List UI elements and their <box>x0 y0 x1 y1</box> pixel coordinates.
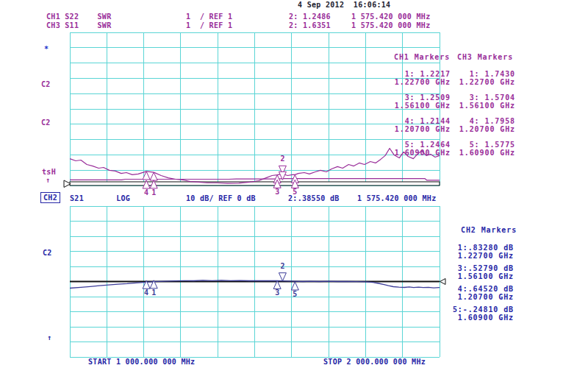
start-frequency-label: START 1 000.000 000 MHz <box>88 358 195 366</box>
ch3-marker-freq: 1 575.420 000 MHz <box>351 21 430 29</box>
marker-entry: 4: 1.7958 1.20700 GHz <box>425 117 515 133</box>
marker-entry: 3:.52790 dB 1.56100 GHz <box>423 264 514 280</box>
marker-2-label: 2 <box>280 262 284 270</box>
tsh-status-label: tsH <box>42 168 56 176</box>
lower-ref-arrow-icon: ↑ <box>47 333 51 342</box>
sweep-asterisk-indicator: * <box>44 45 49 53</box>
ch1-markers-title: CH1 Markers <box>394 53 450 61</box>
marker-4-label: 4 <box>144 289 148 297</box>
stop-frequency-label: STOP 2 000.000 000 MHz <box>323 358 426 366</box>
ch1-correction-label: C2 <box>41 80 51 88</box>
ch2-header-label: S21 LOG <box>70 194 130 202</box>
ch3-correction-label: C2 <box>41 118 51 127</box>
ch2-markers-table: 1:.83280 dB 1.22700 GHz3:.52790 dB 1.561… <box>423 244 514 326</box>
ch3-header-label: CH3 S11 SWR <box>46 21 112 29</box>
ch2-marker-freq: 1 575.420 000 MHz <box>357 194 436 202</box>
ch3-markers-title: CH3 Markers <box>457 53 513 61</box>
upper-ref-arrow-icon: ↑ <box>46 176 50 184</box>
datetime: 4 Sep 2012 16:06:14 <box>298 1 390 9</box>
marker-entry: 5: 1.5775 1.60900 GHz <box>425 141 515 157</box>
marker-3-label: 3 <box>275 188 279 196</box>
ch3-marker-readout: 2: 1.6351 <box>289 21 331 29</box>
upper-reference-line <box>70 182 440 185</box>
marker-2-triangle-icon <box>279 273 286 281</box>
marker-entry: 5:-.24810 dB 1.60900 GHz <box>423 305 514 322</box>
marker-2-label: 2 <box>280 155 284 163</box>
marker-entry: 1:.83280 dB 1.22700 GHz <box>423 244 514 260</box>
marker-entry: 4:.64520 dB 1.20700 GHz <box>423 285 514 301</box>
ch1-header-label: CH1 S22 SWR <box>46 13 112 21</box>
marker-3-label: 3 <box>275 289 279 297</box>
marker-entry: 3: 1.5704 1.56100 GHz <box>425 93 515 110</box>
ch3-markers-table: 1: 1.7430 1.22700 GHz3: 1.5704 1.56100 G… <box>425 70 515 164</box>
marker-5-triangle-icon <box>291 282 298 290</box>
marker-1-label: 1 <box>151 289 156 297</box>
marker-1-label: 1 <box>151 188 156 197</box>
ch1-marker-freq: 1 575.420 000 MHz <box>351 13 430 21</box>
ch2-active-channel-box: CH2 <box>40 192 60 203</box>
ch2-markers-title: CH2 Markers <box>461 226 517 234</box>
ch1-header-scale: 1 / REF 1 <box>186 13 232 21</box>
ch2-marker-readout: 2:.38550 dB <box>288 194 340 202</box>
ch2-header-scale: 10 dB/ REF 0 dB <box>186 194 256 202</box>
ch2-correction-label: C2 <box>43 249 52 257</box>
marker-5-label: 5 <box>293 290 297 298</box>
marker-4-label: 4 <box>144 188 148 197</box>
ch3-header-scale: 1 / REF 1 <box>186 21 232 29</box>
ch1-marker-readout: 2: 1.2486 <box>289 13 331 21</box>
vna-screen: 4123541235 4 Sep 2012 16:06:14 CH1 S22 S… <box>0 0 588 368</box>
marker-entry: 1: 1.7430 1.22700 GHz <box>425 70 515 86</box>
